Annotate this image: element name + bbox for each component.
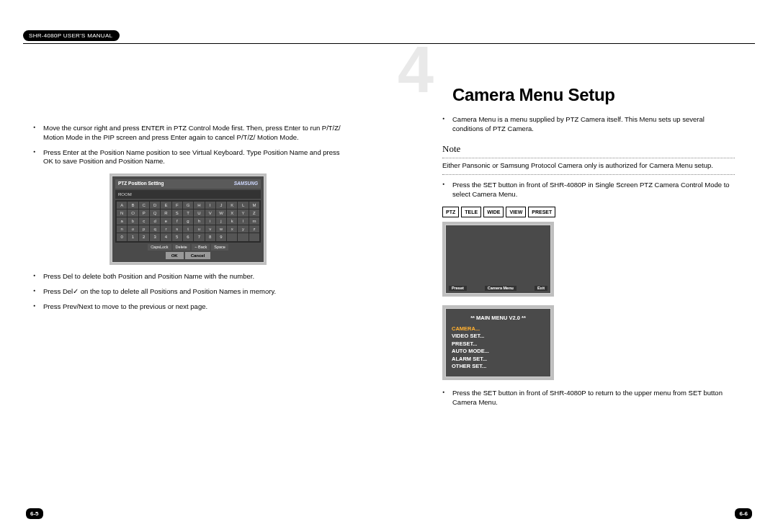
- page-spread: Move the cursor right and press ENTER in…: [0, 43, 778, 532]
- ptz-button-view: VIEW: [506, 207, 526, 217]
- manual-header-tag: SHR-4080P USER'S MANUAL: [23, 30, 120, 41]
- ptz-button-tele: TELE: [461, 207, 481, 217]
- vk-key: Z: [249, 209, 259, 217]
- vk-special-key: Space: [211, 244, 228, 251]
- vk-key: y: [238, 225, 248, 233]
- vk-key: L: [238, 202, 248, 209]
- ptz-button-bar: PTZTELEWIDEVIEWPRESET: [442, 207, 735, 217]
- list-item: Press the SET button in front of SHR-408…: [452, 389, 735, 407]
- menu-title: ** MAIN MENU V2.0 **: [452, 315, 545, 323]
- note-label: Note: [442, 143, 735, 155]
- menu-line: ALARM SET...: [452, 356, 545, 364]
- brand-logo: SAMSUNG: [234, 181, 258, 187]
- vk-key: M: [249, 202, 259, 209]
- ptz-button-wide: WIDE: [483, 207, 504, 217]
- vk-key: d: [150, 217, 160, 225]
- vk-key: t: [183, 225, 193, 233]
- list-item: Press Del to delete both Position and Po…: [43, 272, 346, 281]
- section-number-watermark: 4: [398, 37, 434, 102]
- vk-room-field: ROOM: [115, 190, 261, 199]
- vk-key: w: [216, 225, 226, 233]
- menu-line: CAMERA...: [452, 325, 545, 333]
- vk-key: R: [161, 209, 171, 217]
- vk-key: K: [227, 202, 237, 209]
- vk-key: B: [128, 202, 138, 209]
- vk-row: ABCDEFGHIJKLM: [117, 202, 259, 209]
- vk-key: F: [172, 202, 182, 209]
- list-item: Press Enter at the Position Name positio…: [43, 148, 346, 167]
- vk-key: b: [128, 217, 138, 225]
- right-step2-list: Press the SET button in front of SHR-408…: [419, 389, 735, 407]
- vk-key: f: [172, 217, 182, 225]
- vk-key: C: [139, 202, 149, 209]
- vk-key: a: [117, 217, 127, 225]
- screen-footer-item: Exit: [535, 286, 547, 291]
- vk-key: s: [172, 225, 182, 233]
- virtual-keyboard-figure: PTZ Position Setting SAMSUNG ROOM ABCDEF…: [109, 173, 267, 265]
- vk-row: abcdefghijklm: [117, 217, 259, 225]
- screen-figure-1: PresetCamera MenuExit: [442, 222, 554, 297]
- list-item: Camera Menu is a menu supplied by PTZ Ca…: [452, 115, 735, 134]
- page-number-right: 6-6: [735, 508, 752, 519]
- vk-key: Y: [238, 209, 248, 217]
- vk-key: O: [128, 209, 138, 217]
- note-divider: [442, 174, 735, 175]
- vk-key: v: [205, 225, 215, 233]
- vk-special-row: CapsLockDelete←BackSpace: [115, 244, 261, 251]
- list-item: Press Prev/Next to move to the previous …: [43, 302, 346, 312]
- vk-key: 6: [183, 233, 193, 240]
- vk-key: o: [128, 225, 138, 233]
- vk-key: 0: [117, 233, 127, 240]
- vk-key: 5: [172, 233, 182, 240]
- vk-key: T: [183, 209, 193, 217]
- vk-key: z: [249, 225, 259, 233]
- screen-footer-item: Preset: [449, 286, 467, 291]
- vk-key: J: [216, 202, 226, 209]
- list-item: Press the SET button in front of SHR-408…: [452, 181, 735, 199]
- vk-key: V: [205, 209, 215, 217]
- vk-key: q: [150, 225, 160, 233]
- ptz-button-preset: PRESET: [528, 207, 555, 217]
- right-page: 4 Camera Menu Setup Camera Menu is a men…: [376, 43, 778, 532]
- vk-special-key: ←Back: [192, 244, 210, 251]
- vk-key: D: [150, 202, 160, 209]
- left-bullets-2: Press Del to delete both Position and Po…: [30, 272, 346, 311]
- left-page: Move the cursor right and press ENTER in…: [0, 43, 376, 532]
- vk-key: [227, 233, 237, 240]
- vk-key-rows: ABCDEFGHIJKLMNOPQRSTUVWXYZabcdefghijklmn…: [115, 200, 261, 242]
- vk-key: U: [194, 209, 204, 217]
- vk-key: h: [194, 217, 204, 225]
- vk-key: X: [227, 209, 237, 217]
- ptz-button-ptz: PTZ: [442, 207, 459, 217]
- vk-okc-key: OK: [166, 252, 184, 259]
- list-item: Move the cursor right and press ENTER in…: [43, 124, 346, 143]
- vk-key: [249, 233, 259, 240]
- vk-key: E: [161, 202, 171, 209]
- vk-title: PTZ Position Setting: [118, 181, 164, 187]
- note-body: Either Pansonic or Samsung Protocol Came…: [442, 161, 735, 171]
- vk-key: P: [139, 209, 149, 217]
- menu-line: OTHER SET...: [452, 363, 545, 371]
- vk-key: k: [227, 217, 237, 225]
- vk-key: r: [161, 225, 171, 233]
- vk-key: n: [117, 225, 127, 233]
- menu-line: VIDEO SET...: [452, 333, 545, 341]
- vk-row: 0123456789: [117, 233, 259, 240]
- vk-key: S: [172, 209, 182, 217]
- vk-special-key: CapsLock: [148, 244, 171, 251]
- vk-key: 2: [139, 233, 149, 240]
- vk-key: H: [194, 202, 204, 209]
- vk-key: 4: [161, 233, 171, 240]
- vk-key: x: [227, 225, 237, 233]
- left-bullets-1: Move the cursor right and press ENTER in…: [30, 124, 346, 166]
- vk-key: N: [117, 209, 127, 217]
- vk-special-key: Delete: [173, 244, 190, 251]
- vk-key: e: [161, 217, 171, 225]
- page-number-left: 6-5: [26, 508, 43, 519]
- list-item: Press Del✓ on the top to delete all Posi…: [43, 287, 346, 297]
- menu-line: PRESET...: [452, 341, 545, 348]
- screen-footer-buttons: PresetCamera MenuExit: [449, 286, 547, 291]
- vk-key: I: [205, 202, 215, 209]
- vk-row: nopqrstuvwxyz: [117, 225, 259, 233]
- menu-line: AUTO MODE...: [452, 348, 545, 356]
